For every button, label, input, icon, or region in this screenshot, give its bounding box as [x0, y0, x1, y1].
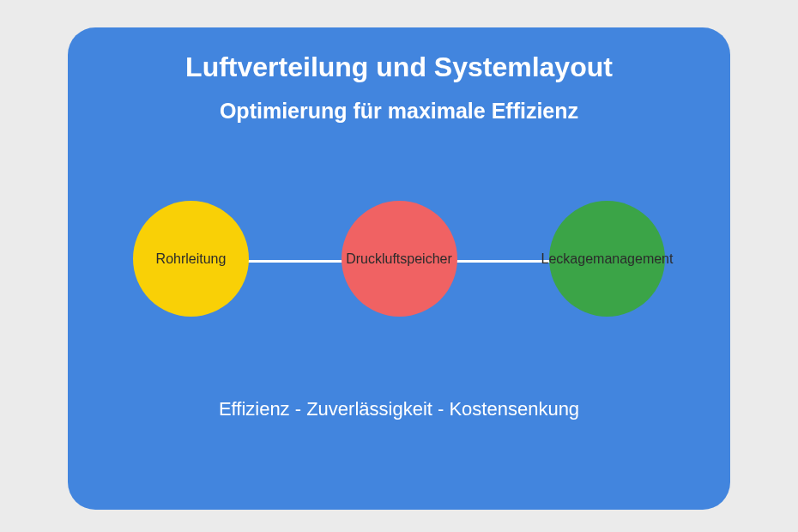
circle-row: Rohrleitung Druckluftspeicher Leckageman…	[133, 201, 665, 317]
card-footer: Effizienz - Zuverlässigkeit - Kostensenk…	[219, 398, 579, 420]
circle-druckluftspeicher: Druckluftspeicher	[342, 201, 457, 317]
main-card: Luftverteilung und Systemlayout Optimier…	[68, 27, 730, 510]
circle-rohrleitung: Rohrleitung	[133, 201, 249, 317]
circle-label: Druckluftspeicher	[346, 251, 452, 267]
circle-label: Rohrleitung	[156, 251, 227, 267]
card-title: Luftverteilung und Systemlayout	[185, 51, 613, 83]
circle-label: Leckagemanagement	[541, 251, 674, 267]
card-subtitle: Optimierung für maximale Effizienz	[220, 99, 578, 124]
circle-leckagemanagement: Leckagemanagement	[549, 201, 665, 317]
diagram-container: Rohrleitung Druckluftspeicher Leckageman…	[133, 201, 665, 321]
